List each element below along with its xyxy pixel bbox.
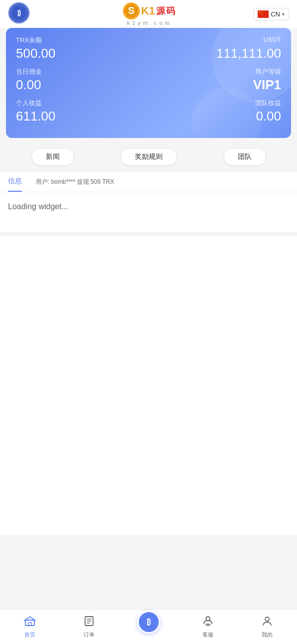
s-logo-icon: S: [122, 2, 140, 20]
trx-balance-label: TRX余额: [16, 36, 149, 45]
mine-icon: [261, 615, 273, 629]
brand-yuan: 源: [156, 5, 165, 17]
nav-service-label: 客服: [202, 631, 213, 639]
svg-point-22: [265, 617, 269, 621]
chevron-down-icon: ▾: [282, 11, 285, 17]
language-selector[interactable]: CN ▾: [253, 8, 289, 20]
main-content: [0, 236, 297, 535]
widget-area: Loading widget...: [0, 192, 297, 232]
nav-center[interactable]: ₿: [119, 619, 178, 636]
lang-code: CN: [271, 10, 280, 18]
quick-buttons-row: 新闻 奖励规则 团队: [0, 144, 297, 172]
home-icon: [24, 615, 36, 629]
user-level-value: VIP1: [149, 77, 282, 93]
info-section: 信息 用户: bomb**** 提现 509 TRX Loading widge…: [0, 172, 297, 232]
brand-url: k 1 y m . c o m: [127, 20, 170, 26]
news-button[interactable]: 新闻: [31, 148, 74, 166]
nav-service[interactable]: 客服: [178, 615, 237, 639]
nav-mine[interactable]: 我的: [238, 615, 297, 639]
team-income-label: 团队收益: [149, 99, 282, 108]
info-marquee: 用户: bomb**** 提现 509 TRX: [32, 178, 289, 186]
user-level-label: 用户等级: [149, 67, 282, 76]
bitcoin-center-icon: ₿: [137, 611, 160, 634]
svg-text:S: S: [128, 5, 134, 16]
orders-icon: [83, 615, 95, 629]
info-tab[interactable]: 信息: [8, 172, 22, 192]
usdt-value: 111,111.00: [149, 46, 282, 61]
svg-text:₿: ₿: [147, 618, 151, 626]
widget-loading-text: Loading widget...: [8, 202, 289, 211]
app-logo: ₿: [8, 2, 30, 26]
nav-mine-label: 我的: [262, 631, 273, 639]
personal-income-value: 611.00: [16, 109, 149, 124]
svg-rect-7: [258, 10, 269, 18]
balance-card: TRX余额 USDT 500.00 111,111.00 当日佣金 用户等级 0…: [6, 28, 291, 138]
commission-label: 当日佣金: [16, 67, 149, 76]
bottom-nav: 首页 订单 ₿: [0, 609, 297, 644]
nav-home-label: 首页: [24, 631, 35, 639]
service-icon: [202, 615, 214, 629]
nav-orders[interactable]: 订单: [59, 615, 118, 639]
rules-button[interactable]: 奖励规则: [120, 148, 177, 166]
info-tabs: 信息 用户: bomb**** 提现 509 TRX: [0, 172, 297, 192]
nav-orders-label: 订单: [84, 631, 95, 639]
brand-watermark: S K1 源 码 k 1 y m . c o m: [122, 2, 175, 26]
personal-income-label: 个人收益: [16, 99, 149, 108]
svg-rect-14: [28, 623, 31, 626]
header: ₿ S K1 源 码 k 1 y m . c o m C: [0, 0, 297, 28]
team-income-value: 0.00: [149, 109, 282, 124]
brand-k1: K1: [141, 4, 155, 17]
trx-value: 500.00: [16, 46, 149, 61]
svg-text:₿: ₿: [17, 9, 21, 17]
commission-value: 0.00: [16, 77, 149, 93]
usdt-label: USDT: [149, 36, 282, 43]
team-button[interactable]: 团队: [223, 148, 266, 166]
svg-point-21: [206, 617, 210, 621]
nav-home[interactable]: 首页: [0, 615, 59, 639]
brand-ma: 码: [166, 5, 175, 17]
cn-flag-icon: [258, 10, 269, 18]
